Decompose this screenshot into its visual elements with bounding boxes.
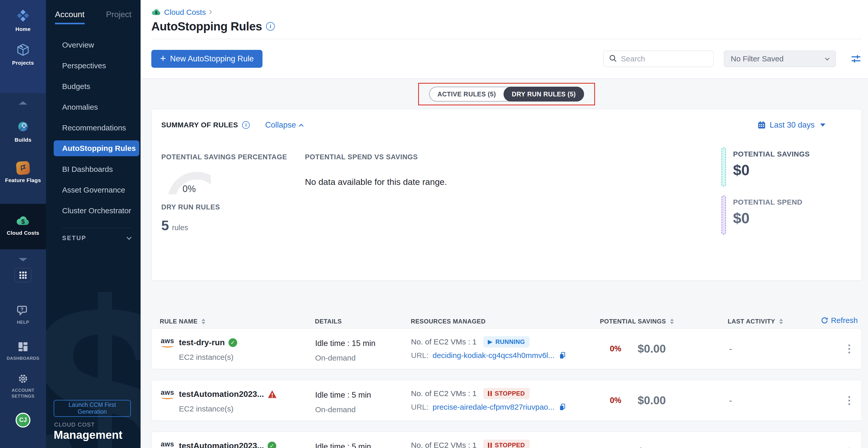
vm-count: No. of EC2 VMs : 1 xyxy=(411,441,477,448)
dry-run-rules-unit: rules xyxy=(172,223,188,232)
savings-percentage-label: POTENTIAL SAVINGS PERCENTAGE xyxy=(161,153,287,161)
rail-scroll-down-icon[interactable] xyxy=(19,258,27,261)
sidenav-item-autostopping-rules[interactable]: AutoStopping Rules xyxy=(54,140,139,156)
sidenav-item-recommendations[interactable]: Recommendations xyxy=(46,117,141,138)
rule-url-link[interactable]: precise-airedale-cfpmv827riuvpao... xyxy=(432,403,554,412)
rail-item-projects[interactable]: Projects xyxy=(0,32,46,66)
new-autostopping-rule-button[interactable]: + New AutoStopping Rule xyxy=(151,50,262,68)
spend-accent-bar xyxy=(721,196,726,235)
date-range-value: Last 30 days xyxy=(770,120,814,130)
rule-type: EC2 instance(s) xyxy=(179,353,237,362)
last-activity: - xyxy=(721,344,837,354)
page-title: AutoStopping Rules xyxy=(151,20,262,33)
plus-icon: + xyxy=(160,53,166,64)
svg-text:$: $ xyxy=(155,10,157,16)
sidenav-item-budgets[interactable]: Budgets xyxy=(46,76,141,97)
svg-text:?: ? xyxy=(21,307,24,312)
rule-name[interactable]: testAutomation2023... xyxy=(179,389,264,399)
sidenav-item-asset-governance[interactable]: Asset Governance xyxy=(46,180,141,200)
rail-item-help[interactable]: ? HELP xyxy=(4,305,42,326)
toggle-dry-run-rules[interactable]: DRY RUN RULES (5) xyxy=(503,87,584,101)
gear-icon xyxy=(18,374,28,385)
refresh-button[interactable]: Refresh xyxy=(821,316,858,325)
savings-percentage-value: 0% xyxy=(167,184,211,195)
date-range-dropdown[interactable]: Last 30 days xyxy=(757,120,825,130)
sidenav-item-overview[interactable]: Overview xyxy=(46,34,141,55)
rail-item-dashboards[interactable]: DASHBOARDS xyxy=(4,341,42,362)
rail-item-cloud-costs-selected[interactable]: $ Cloud Costs xyxy=(0,204,46,236)
sidenav-item-bi-dashboards[interactable]: BI Dashboards xyxy=(46,159,141,180)
harness-home-icon xyxy=(16,9,30,24)
sort-rule-name[interactable] xyxy=(202,319,205,324)
collapse-link[interactable]: Collapse xyxy=(265,120,303,130)
saved-filter-dropdown[interactable]: No Filter Saved xyxy=(724,51,836,67)
rail-item-builds[interactable]: Builds xyxy=(0,104,46,143)
title-info-icon[interactable]: i xyxy=(266,22,275,31)
tab-project[interactable]: Project xyxy=(106,10,132,24)
caret-down-icon xyxy=(820,123,825,126)
idle-time: Idle time : 15 min xyxy=(315,339,411,348)
launch-ccm-first-gen-button[interactable]: Launch CCM First Generation xyxy=(54,400,131,417)
new-rule-button-label: New AutoStopping Rule xyxy=(170,54,253,63)
toggle-active-rules[interactable]: ACTIVE RULES (5) xyxy=(430,91,503,98)
search-input[interactable] xyxy=(621,55,713,63)
status-badge: STOPPED xyxy=(483,440,530,448)
rail-item-label: Builds xyxy=(14,137,31,143)
rail-item-label: Cloud Costs xyxy=(7,230,39,236)
scope-tabs: Account Project xyxy=(46,0,141,24)
page-header: $ Cloud Costs › AutoStopping Rules i xyxy=(141,0,868,39)
last-activity: - xyxy=(721,396,837,405)
sort-potential-savings[interactable] xyxy=(670,319,674,324)
sidenav-item-cluster-orchestrator[interactable]: Cluster Orchestrator xyxy=(46,200,141,221)
sidenav-item-perspectives[interactable]: Perspectives xyxy=(46,55,141,76)
rule-url-link[interactable]: deciding-kodiak-cg4qcs4h0mmv6l... xyxy=(432,351,554,360)
row-menu-kebab-icon[interactable] xyxy=(846,446,852,448)
savings-amount: $0.00 xyxy=(638,394,666,407)
sort-last-activity[interactable] xyxy=(779,319,783,324)
aws-logo: aws xyxy=(160,338,175,369)
rail-item-label: DASHBOARDS xyxy=(4,356,42,362)
potential-spend-value: $0 xyxy=(733,209,802,227)
rule-name[interactable]: testAutomation2023... xyxy=(179,441,264,448)
breadcrumb-link-cloud-costs[interactable]: Cloud Costs xyxy=(164,8,206,17)
projects-cube-icon xyxy=(16,43,30,57)
module-kicker: CLOUD COST xyxy=(54,421,95,428)
copy-icon[interactable] xyxy=(558,351,567,360)
saved-filter-value: No Filter Saved xyxy=(731,55,784,63)
row-menu-kebab-icon[interactable] xyxy=(846,342,852,355)
filter-panel-button[interactable] xyxy=(850,53,862,65)
rail-item-account-settings[interactable]: ACCOUNT SETTINGS xyxy=(4,374,42,399)
setup-section-toggle[interactable]: SETUP xyxy=(46,235,141,242)
dry-run-rules-label: DRY RUN RULES xyxy=(161,203,220,211)
tab-account[interactable]: Account xyxy=(55,10,85,24)
calendar-icon xyxy=(757,121,766,129)
rail-item-home[interactable]: Home xyxy=(0,0,46,32)
potential-savings-value: $0 xyxy=(733,161,810,178)
play-icon: ▶ xyxy=(488,338,492,345)
module-title: Management xyxy=(54,428,122,441)
savings-percent: 0% xyxy=(610,344,621,353)
cloud-costs-sidenav: Account Project Overview Perspectives Bu… xyxy=(46,0,141,448)
rail-item-label: ACCOUNT SETTINGS xyxy=(4,388,42,399)
check-circle-icon: ✓ xyxy=(268,442,276,448)
rule-name[interactable]: test-dry-run xyxy=(179,338,225,347)
col-resources-managed: RESOURCES MANAGED xyxy=(411,318,486,325)
savings-amount: $0.00 xyxy=(638,342,666,355)
row-menu-kebab-icon[interactable] xyxy=(846,394,852,407)
user-avatar[interactable]: CJ xyxy=(16,413,30,427)
sidenav-item-anomalies[interactable]: Anomalies xyxy=(46,97,141,117)
vm-count: No. of EC2 VMs : 1 xyxy=(411,337,477,346)
copy-icon[interactable] xyxy=(558,403,567,411)
col-rule-name: RULE NAME xyxy=(160,318,197,325)
col-potential-savings: POTENTIAL SAVINGS xyxy=(600,318,666,325)
sidenav-list: Overview Perspectives Budgets Anomalies … xyxy=(46,34,141,221)
refresh-icon xyxy=(821,317,828,324)
rail-scroll-up-icon[interactable] xyxy=(19,101,27,104)
rail-item-label: Projects xyxy=(12,60,34,66)
summary-info-icon[interactable]: i xyxy=(242,121,250,129)
table-row: aws test-dry-run✓ EC2 instance(s) Idle t… xyxy=(151,328,862,369)
url-label: URL: xyxy=(411,403,428,412)
module-picker-button[interactable] xyxy=(14,268,31,282)
aws-logo: aws xyxy=(160,441,175,448)
rail-item-feature-flags[interactable]: Feature Flags xyxy=(0,143,46,183)
